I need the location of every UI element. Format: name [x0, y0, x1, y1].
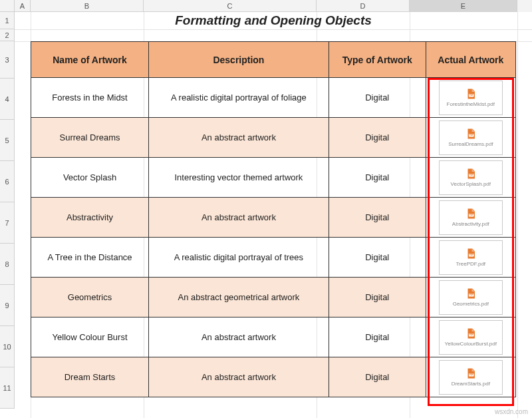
cell-artwork-name[interactable]: Surreal Dreams [31, 118, 149, 158]
table-row: Yellow Colour BurstAn abstract artworkDi… [31, 317, 516, 357]
cell-description[interactable]: An abstract artwork [149, 317, 329, 357]
pdf-filename: Abstractivity.pdf [452, 222, 489, 228]
cell-artwork-name[interactable]: Yellow Colour Burst [31, 317, 149, 357]
svg-text:PDF: PDF [469, 134, 473, 136]
row-header-2[interactable]: 2 [0, 29, 15, 41]
table-row: GeometricsAn abstract geometrical artwor… [31, 278, 516, 317]
row-header-11[interactable]: 11 [0, 367, 15, 409]
row-header-1[interactable]: 1 [0, 12, 15, 29]
cell-attachment[interactable]: PDFTreePDF.pdf [426, 238, 515, 278]
pdf-filename: TreePDF.pdf [456, 262, 485, 268]
cell-description[interactable]: A realistic digital portrayal of foliage [149, 78, 329, 118]
page-title[interactable]: Formatting and Opening Objects [31, 12, 516, 29]
cell-artwork-name[interactable]: Forests in the Midst [31, 78, 149, 118]
header-actual-artwork[interactable]: Actual Artwork [426, 42, 515, 78]
pdf-attachment[interactable]: PDFVectorSplash.pdf [439, 160, 503, 195]
header-name[interactable]: Name of Artwork [31, 42, 149, 78]
svg-text:PDF: PDF [469, 174, 473, 176]
row-header-3[interactable]: 3 [0, 41, 15, 79]
table-row: Vector SplashInteresting vector themed a… [31, 158, 516, 198]
svg-text:PDF: PDF [469, 333, 473, 336]
cell-type[interactable]: Digital [329, 198, 426, 238]
cell-type[interactable]: Digital [329, 118, 426, 158]
table-row: AbstractivityAn abstract artworkDigitalP… [31, 198, 516, 238]
row-header-7[interactable]: 7 [0, 202, 15, 244]
column-headers: A B C D E [0, 0, 532, 12]
row-header-9[interactable]: 9 [0, 285, 15, 326]
cell-artwork-name[interactable]: Abstractivity [31, 198, 149, 238]
cell-artwork-name[interactable]: Dream Starts [31, 357, 149, 397]
cell-attachment[interactable]: PDFForestintheMidst.pdf [426, 78, 515, 118]
cell-attachment[interactable]: PDFDreamStarts.pdf [426, 357, 515, 397]
grid-area[interactable]: Formatting and Opening Objects Name of A… [15, 12, 532, 418]
cell-type[interactable]: Digital [329, 78, 426, 118]
row-header-8[interactable]: 8 [0, 244, 15, 285]
cell-description[interactable]: An abstract artwork [149, 198, 329, 238]
cell-artwork-name[interactable]: Vector Splash [31, 158, 149, 198]
cell-attachment[interactable]: PDFVectorSplash.pdf [426, 158, 515, 198]
table-header-row: Name of Artwork Description Type of Artw… [31, 42, 516, 78]
cell-type[interactable]: Digital [329, 238, 426, 278]
svg-text:PDF: PDF [469, 94, 473, 97]
cell-attachment[interactable]: PDFGeometrics.pdf [426, 278, 515, 317]
table-row: A Tree in the DistanceA realistic digita… [31, 238, 516, 278]
cell-description[interactable]: Interesting vector themed artwork [149, 158, 329, 198]
pdf-attachment[interactable]: PDFForestintheMidst.pdf [439, 81, 503, 115]
svg-text:PDF: PDF [469, 254, 473, 256]
cell-description[interactable]: An abstract artwork [149, 357, 329, 397]
row-header-4[interactable]: 4 [0, 79, 15, 120]
artwork-table: Name of Artwork Description Type of Artw… [31, 41, 516, 397]
cell-type[interactable]: Digital [329, 357, 426, 397]
watermark: wsxdn.com [495, 408, 528, 415]
pdf-attachment[interactable]: PDFYellowColourBurst.pdf [439, 320, 503, 355]
cell-description[interactable]: An abstract geometrical artwork [149, 278, 329, 317]
spreadsheet: A B C D E 1 2 3 4 5 6 7 8 9 10 11 Format… [0, 0, 532, 418]
pdf-attachment[interactable]: PDFDreamStarts.pdf [439, 360, 503, 395]
table-row: Surreal DreamsAn abstract artworkDigital… [31, 118, 516, 158]
row-header-10[interactable]: 10 [0, 326, 15, 367]
col-header-c[interactable]: C [144, 0, 317, 12]
pdf-filename: YellowColourBurst.pdf [445, 341, 497, 347]
row-header-5[interactable]: 5 [0, 120, 15, 161]
cell-artwork-name[interactable]: A Tree in the Distance [31, 238, 149, 278]
row-headers: 1 2 3 4 5 6 7 8 9 10 11 [0, 12, 15, 409]
cell-type[interactable]: Digital [329, 158, 426, 198]
table-row: Forests in the MidstA realistic digital … [31, 78, 516, 118]
pdf-filename: Geometrics.pdf [453, 302, 489, 308]
col-header-d[interactable]: D [317, 0, 410, 12]
cell-description[interactable]: An abstract artwork [149, 118, 329, 158]
svg-text:PDF: PDF [469, 373, 473, 376]
svg-text:PDF: PDF [469, 294, 473, 296]
table-row: Dream StartsAn abstract artworkDigitalPD… [31, 357, 516, 397]
pdf-attachment[interactable]: PDFTreePDF.pdf [439, 240, 503, 275]
pdf-filename: DreamStarts.pdf [452, 381, 490, 387]
pdf-attachment[interactable]: PDFAbstractivity.pdf [439, 200, 503, 235]
header-description[interactable]: Description [149, 42, 329, 78]
pdf-filename: ForestintheMidst.pdf [447, 102, 495, 108]
col-header-a[interactable]: A [15, 0, 31, 12]
row-header-6[interactable]: 6 [0, 161, 15, 202]
col-header-e[interactable]: E [410, 0, 517, 12]
col-header-b[interactable]: B [31, 0, 144, 12]
cell-artwork-name[interactable]: Geometrics [31, 278, 149, 317]
pdf-filename: VectorSplash.pdf [451, 182, 491, 188]
svg-text:PDF: PDF [469, 214, 473, 216]
cell-attachment[interactable]: PDFYellowColourBurst.pdf [426, 317, 515, 357]
pdf-attachment[interactable]: PDFSurrealDreams.pdf [439, 120, 503, 155]
header-type[interactable]: Type of Artwork [329, 42, 426, 78]
cell-attachment[interactable]: PDFSurrealDreams.pdf [426, 118, 515, 158]
cell-type[interactable]: Digital [329, 278, 426, 317]
pdf-filename: SurrealDreams.pdf [448, 142, 493, 148]
cell-type[interactable]: Digital [329, 317, 426, 357]
pdf-attachment[interactable]: PDFGeometrics.pdf [439, 280, 503, 315]
cell-description[interactable]: A realistic digital portrayal of trees [149, 238, 329, 278]
cell-attachment[interactable]: PDFAbstractivity.pdf [426, 198, 515, 238]
select-all-corner[interactable] [0, 0, 15, 12]
